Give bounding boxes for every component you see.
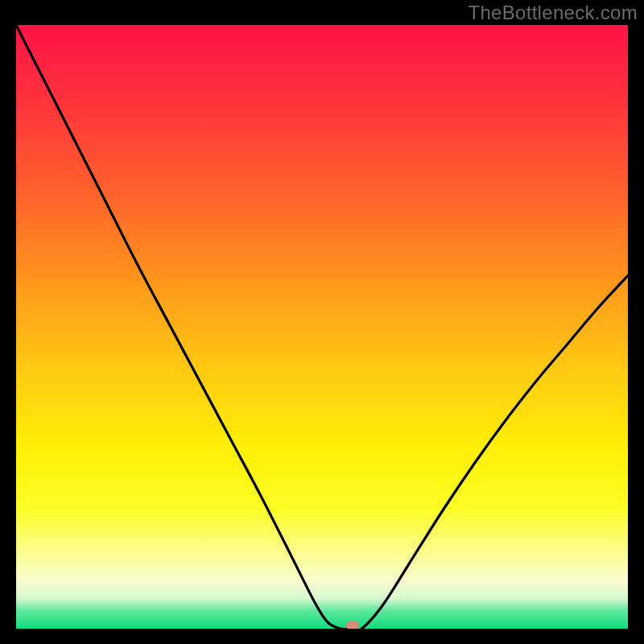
plot-area (16, 25, 628, 629)
curve-svg (16, 25, 628, 629)
watermark-text: TheBottleneck.com (468, 2, 638, 24)
chart-frame: TheBottleneck.com (0, 0, 644, 644)
bottleneck-curve (16, 25, 628, 629)
min-marker (346, 621, 359, 629)
